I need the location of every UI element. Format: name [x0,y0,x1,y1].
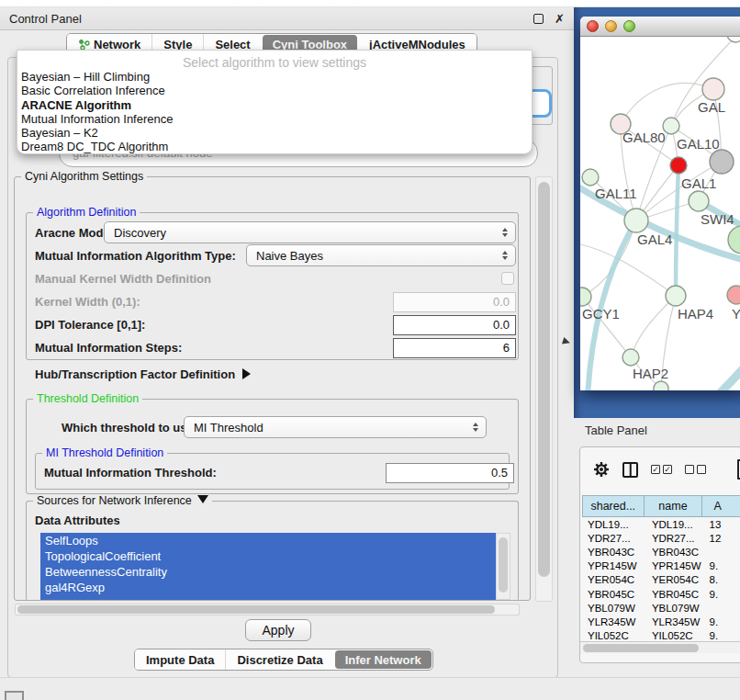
zoom-button[interactable] [623,20,635,32]
column-header-name[interactable]: name [645,495,703,517]
mi-threshold-label: Mutual Information Threshold: [44,466,217,480]
algorithm-definition-title: Algorithm Definition [33,206,140,219]
attribute-item[interactable]: TopologicalCoefficient [40,548,510,564]
settings-horizontal-scrollbar[interactable] [15,604,520,615]
node-red-selected[interactable] [670,157,687,174]
algorithm-option[interactable]: Dream8 DC_TDC Algorithm [17,140,532,153]
sources-toggle[interactable]: Sources for Network Inference [33,494,212,507]
mi-algorithm-type-value: Naive Bayes [256,249,499,263]
hub-definition-toggle[interactable]: Hub/Transcription Factor Definition [35,367,251,381]
table-row[interactable]: YIL052C YIL052C 9. [582,629,740,642]
table-horizontal-scrollbar[interactable] [580,641,740,653]
split-columns-icon[interactable] [622,462,638,478]
table-rows: YDL19... YDL19... 13 YDR27... YDR27... 1… [582,517,740,641]
table-row[interactable]: YDL19... YDL19... 13 [582,517,740,531]
tab-infer-network-label: Infer Network [345,653,421,667]
table-row[interactable]: YBR043C YBR043C [582,545,740,559]
attribute-item[interactable]: BetweennessCentrality [40,564,510,580]
tab-discretize-data[interactable]: Discretize Data [225,649,333,670]
algorithm-option[interactable]: Basic Correlation Inference [17,84,532,97]
network-view-window[interactable]: GAL GAL80 GAL10 GAL1 GAL11 SWI4 GAL4 GCY… [580,17,740,390]
table-row[interactable]: YBR045C YBR045C 9. [582,587,740,601]
data-attributes-list[interactable]: SelfLoops TopologicalCoefficient Between… [40,533,510,600]
aracne-mode-value: Discovery [114,226,499,240]
control-panel-title: Control Panel [9,12,82,26]
node-left-green[interactable] [582,169,599,186]
table-row[interactable]: YLR345W YLR345W 9. [582,615,740,628]
node-gal-partial[interactable] [702,78,724,100]
aracne-mode-label: Aracne Mode: [35,226,114,240]
node-bottom-green[interactable] [654,381,668,390]
attribute-item[interactable]: gal4RGexp [40,580,510,595]
manual-kernel-width-checkbox[interactable] [501,272,514,285]
svg-text:SWI4: SWI4 [701,211,734,227]
mi-algorithm-type-combo[interactable]: Naive Bayes [246,244,516,266]
node-gcy1[interactable] [580,288,591,306]
algorithm-option-selected[interactable]: ARACNE Algorithm [17,98,532,112]
node-table: shared... name A YDL19... YDL19... 13 YD… [582,495,740,641]
node-hap2[interactable] [622,349,639,366]
kernel-width-field[interactable]: 0.0 [393,292,516,312]
tab-discretize-data-label: Discretize Data [237,653,322,667]
network-icon [78,39,90,51]
minimize-button[interactable] [605,20,617,32]
which-threshold-combo[interactable]: MI Threshold [184,416,487,438]
algorithm-dropdown-popup: Select algorithm to view settings Bayesi… [17,50,533,154]
which-threshold-label: Which threshold to use: [62,421,197,435]
settings-vertical-scrollbar[interactable] [535,176,553,602]
svg-text:HAP2: HAP2 [633,366,668,381]
hub-definition-label: Hub/Transcription Factor Definition [35,367,235,381]
node-gal4[interactable] [624,209,648,232]
expanded-arrow-icon [197,495,208,503]
stepper-icon [499,228,510,237]
network-canvas[interactable]: GAL GAL80 GAL10 GAL1 GAL11 SWI4 GAL4 GCY… [580,37,740,390]
algorithm-placeholder: Select algorithm to view settings [17,51,532,70]
close-panel-icon[interactable]: ✗ [555,13,565,25]
mi-threshold-group-title: MI Threshold Definition [42,446,167,459]
table-row[interactable]: YBL079W YBL079W [582,601,740,615]
tab-impute-data[interactable]: Impute Data [135,649,225,670]
tab-impute-data-label: Impute Data [146,653,214,667]
svg-text:Y: Y [732,306,740,322]
threshold-definition-title: Threshold Definition [33,392,142,405]
node-gray[interactable] [710,150,734,174]
algorithm-option[interactable]: Bayesian – K2 [17,126,532,140]
column-header-partial[interactable]: A [702,495,740,517]
mi-steps-field[interactable]: 6 [393,338,516,358]
tab-infer-network[interactable]: Infer Network [335,650,432,669]
table-row[interactable]: YDR27... YDR27... 12 [582,531,740,545]
algorithm-option[interactable]: Mutual Information Inference [17,112,532,126]
node-salmon[interactable] [727,286,740,304]
table-row[interactable]: YPR145W YPR145W 9. [582,559,740,573]
table-row[interactable]: YER054C YER054C 8. [582,573,740,587]
attribute-list-scrollbar[interactable] [496,533,510,600]
dpi-tolerance-field[interactable]: 0.0 [393,315,516,335]
svg-text:GAL: GAL [698,99,725,115]
node-gal1[interactable] [689,191,709,211]
float-window-icon[interactable] [533,14,544,24]
network-window-titlebar[interactable] [580,17,740,37]
aracne-mode-combo[interactable]: Discovery [104,221,516,243]
node-partial-top[interactable] [727,37,740,42]
mi-threshold-field[interactable]: 0.5 [386,463,514,483]
select-all-checks-icon[interactable]: ✓ ✓ [651,465,672,474]
apply-button[interactable]: Apply [245,619,311,641]
svg-text:GAL11: GAL11 [595,186,637,201]
which-threshold-value: MI Threshold [194,421,470,435]
apply-button-label: Apply [262,623,294,638]
bottom-tabbar: Impute Data Discretize Data Infer Networ… [134,649,433,671]
mi-steps-label: Mutual Information Steps: [35,341,182,355]
gear-icon[interactable] [593,461,610,478]
attribute-item[interactable]: SelfLoops [40,533,510,548]
node-hap4[interactable] [666,286,686,306]
sources-title: Sources for Network Inference [37,494,192,507]
column-header-shared-name[interactable]: shared... [582,495,645,517]
network-node-labels: GAL GAL80 GAL10 GAL1 GAL11 SWI4 GAL4 GCY… [582,99,740,381]
clear-all-checks-icon[interactable] [685,465,706,474]
manual-kernel-width-label: Manual Kernel Width Definition [35,272,211,286]
minimized-panel-icon[interactable] [5,691,24,700]
node-right-green[interactable] [728,226,740,254]
close-button[interactable] [587,20,599,32]
algorithm-option[interactable]: Bayesian – Hill Climbing [17,70,532,84]
stepper-icon [470,423,480,432]
